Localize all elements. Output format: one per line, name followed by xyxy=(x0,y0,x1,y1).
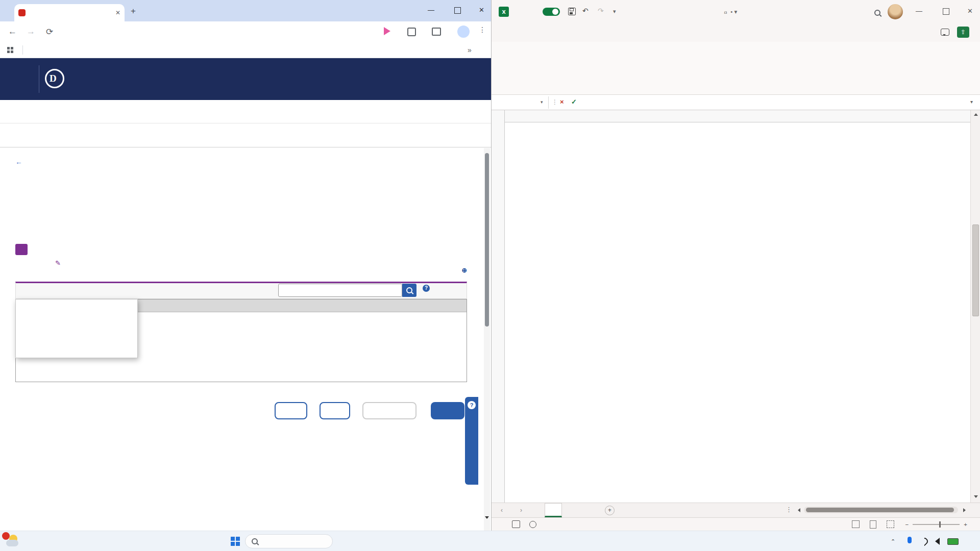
normal-view-icon[interactable] xyxy=(852,520,860,528)
zoom-in-icon[interactable]: + xyxy=(964,521,967,528)
help-icon: ? xyxy=(468,401,476,409)
start-button-icon[interactable] xyxy=(231,537,240,546)
tray-mic-icon[interactable] xyxy=(908,537,912,543)
profile-avatar[interactable] xyxy=(457,26,470,38)
excel-close-icon[interactable]: ✕ xyxy=(967,7,973,15)
comments-icon[interactable] xyxy=(941,29,949,36)
formula-bar-expand-icon[interactable]: ▾ xyxy=(970,99,973,105)
show-details-link[interactable]: ⊕ xyxy=(0,265,467,274)
excel-hscrollbar[interactable] xyxy=(804,507,958,513)
employee-search-button[interactable] xyxy=(402,284,416,297)
employee-search-input[interactable] xyxy=(278,284,402,297)
share-button[interactable]: ⇧ xyxy=(957,27,969,38)
formula-bar: ▾ ⋮ × ✓ ▾ xyxy=(492,95,980,110)
doc-title-area: ꭥ • ▾ xyxy=(619,0,839,23)
autosave-toggle-knob xyxy=(552,9,558,15)
auto-balance-button[interactable] xyxy=(362,402,416,419)
tray-volume-icon[interactable] xyxy=(935,538,940,545)
undo-icon[interactable]: ↶ xyxy=(582,7,589,15)
hscroll-thumb[interactable] xyxy=(806,508,954,512)
macro-record-icon[interactable] xyxy=(512,520,520,528)
excel-ribbon xyxy=(492,42,980,95)
name-box-caret-icon[interactable]: ▾ xyxy=(541,99,543,105)
save-icon[interactable] xyxy=(568,8,576,15)
cancel-button[interactable] xyxy=(275,402,307,419)
extension-pink-icon[interactable] xyxy=(384,27,390,35)
page-break-view-icon[interactable] xyxy=(887,520,894,528)
browser-close-icon[interactable]: ✕ xyxy=(479,6,484,14)
excel-search-icon[interactable] xyxy=(874,10,880,16)
windows-taskbar: ⌃ xyxy=(0,531,980,551)
user-avatar[interactable] xyxy=(888,4,903,19)
scroll-up-icon[interactable] xyxy=(974,113,978,116)
save-button[interactable] xyxy=(320,402,350,419)
tray-chevron-icon[interactable]: ⌃ xyxy=(891,538,895,545)
back-to-payroll-link[interactable]: ← xyxy=(15,158,22,166)
extensions-icon[interactable] xyxy=(407,28,416,36)
worksheet-grid-icon xyxy=(15,244,28,255)
menu-kebab-icon[interactable]: ⋮ xyxy=(479,26,486,34)
insert-dropdown-menu xyxy=(15,299,138,358)
forward-icon[interactable]: → xyxy=(27,27,35,37)
notification-badge xyxy=(2,532,10,540)
next-sheet-icon[interactable]: › xyxy=(520,507,522,514)
person-check-icon: ꭥ xyxy=(724,9,727,15)
tray-battery-icon[interactable] xyxy=(947,538,959,545)
vscroll-thumb[interactable] xyxy=(972,224,979,316)
side-panel-icon[interactable] xyxy=(432,28,441,36)
page-layout-view-icon[interactable] xyxy=(870,520,876,529)
new-tab-icon[interactable]: + xyxy=(131,6,136,16)
need-help-tab[interactable]: ? xyxy=(465,397,478,485)
excel-minimize-icon[interactable]: — xyxy=(916,7,922,15)
tray-wifi-icon[interactable] xyxy=(919,536,929,546)
scrollbar-thumb[interactable] xyxy=(485,153,489,327)
confirm-entry-icon[interactable]: ✓ xyxy=(571,98,577,106)
browser-maximize-icon[interactable] xyxy=(454,7,461,14)
accessibility-icon xyxy=(529,521,536,528)
taskbar-search[interactable] xyxy=(245,534,333,548)
browser-toolbar: ← → ⟳ ☆ ⋮ xyxy=(0,21,491,42)
question-icon: ? xyxy=(423,285,430,292)
excel-window: x ↶ ↷ ▾ ꭥ • ▾ — ✕ ⇧ ▾ xyxy=(491,0,980,531)
refresh-icon[interactable]: ⟳ xyxy=(46,27,53,37)
search-icon xyxy=(406,287,412,293)
cancel-entry-icon[interactable]: × xyxy=(560,98,564,106)
quick-access-caret-icon[interactable]: ▾ xyxy=(613,8,616,15)
bookmarks-overflow-icon[interactable]: » xyxy=(468,46,472,54)
redo-icon[interactable]: ↷ xyxy=(598,7,604,15)
hotkeys-link[interactable]: ? xyxy=(423,285,432,292)
new-sheet-icon[interactable]: + xyxy=(605,506,615,515)
scroll-down-icon[interactable] xyxy=(485,516,489,519)
divider: ⋮ xyxy=(552,98,558,106)
done-button[interactable] xyxy=(431,402,464,419)
warning-icon: ! xyxy=(202,251,208,258)
excel-maximize-icon[interactable] xyxy=(943,8,949,15)
excel-app-icon: x xyxy=(499,7,509,17)
browser-tab[interactable]: ✕ xyxy=(14,4,125,21)
browser-scrollbar[interactable] xyxy=(484,148,490,531)
scroll-down-icon[interactable] xyxy=(974,495,978,498)
sheet-tab-active[interactable] xyxy=(545,503,562,517)
apps-grid-icon[interactable] xyxy=(7,47,13,53)
excel-status-bar: − + xyxy=(492,517,980,531)
adp-nav xyxy=(0,100,491,123)
adp-subnav xyxy=(0,123,491,147)
name-box[interactable]: ▾ xyxy=(496,96,549,109)
back-icon[interactable]: ← xyxy=(8,27,17,37)
excel-title-bar: x ↶ ↷ ▾ ꭥ • ▾ — ✕ xyxy=(492,0,980,23)
saved-status[interactable]: • ▾ xyxy=(730,8,737,15)
hscroll-left-icon[interactable] xyxy=(798,508,800,512)
tab-options-kebab-icon[interactable]: ⋮ xyxy=(786,506,792,513)
back-arrow-icon: ← xyxy=(15,158,22,166)
excel-vscrollbar[interactable] xyxy=(970,110,980,503)
browser-minimize-icon[interactable]: — xyxy=(428,6,434,14)
browser-tab-strip: ✕ + — ✕ xyxy=(0,0,491,21)
zoom-out-icon[interactable]: − xyxy=(905,521,909,528)
hscroll-right-icon[interactable] xyxy=(963,508,966,512)
sheet-tab-bar: ‹ › + ⋮ xyxy=(492,503,980,517)
divider xyxy=(22,45,23,55)
bookmarks-bar: » xyxy=(0,42,491,58)
prev-sheet-icon[interactable]: ‹ xyxy=(501,507,503,514)
zoom-slider[interactable] xyxy=(913,524,960,525)
tab-close-icon[interactable]: ✕ xyxy=(115,9,120,16)
